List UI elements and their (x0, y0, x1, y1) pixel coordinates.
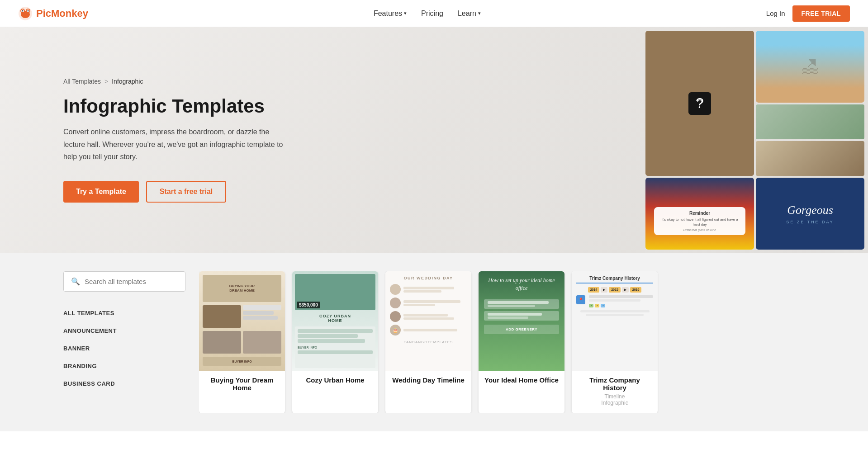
logo-text: PicMonkey (36, 8, 88, 19)
collage-small-images (756, 104, 864, 176)
page-title: Infographic Templates (63, 96, 289, 117)
hero-collage: ? 🏖 Reminder It's okay to not have it al… (642, 27, 868, 253)
template-card-buying-home[interactable]: BUYING YOURDREAM HOME BUYER INFO (199, 271, 285, 413)
template-card-cozy-urban[interactable]: $350,000 COZY URBANHOME BUYER INFO C (292, 271, 378, 413)
reminder-title: Reminder (659, 211, 741, 216)
template-sub2-history: Infographic (577, 400, 652, 406)
nav-learn[interactable]: Learn ▾ (458, 9, 481, 18)
template-title-office: Your Ideal Home Office (484, 376, 559, 384)
breadcrumb-all-templates[interactable]: All Templates (63, 78, 101, 85)
breadcrumb: All Templates > Infographic (63, 78, 289, 85)
logo[interactable]: PicMonkey (18, 6, 88, 21)
template-card-body-history: Trimz Company History Timeline Infograph… (572, 371, 658, 413)
category-banner[interactable]: BANNER (63, 340, 185, 357)
category-business-card[interactable]: BUSINESS CARD (63, 375, 185, 392)
template-card-wedding[interactable]: OUR WEDDING DAY (385, 271, 471, 413)
breadcrumb-separator: > (104, 78, 108, 85)
collage-image-woman: ? (645, 31, 754, 176)
search-input[interactable] (85, 278, 178, 285)
start-trial-button[interactable]: Start a free trial (146, 181, 226, 203)
template-title-cozy: Cozy Urban Home (298, 376, 373, 384)
template-card-img-cozy: $350,000 COZY URBANHOME BUYER INFO (292, 271, 378, 371)
category-all-templates[interactable]: ALL TEMPLATES (63, 304, 185, 322)
template-card-img-office: How to set up your ideal home office (479, 271, 564, 371)
nav-pricing[interactable]: Pricing (421, 9, 443, 18)
template-sub1-history: Timeline (577, 393, 652, 400)
reminder-sub: Drink that glass of wine (659, 228, 741, 232)
reminder-text: It's okay to not have it all figured out… (659, 217, 741, 227)
template-card-home-office[interactable]: How to set up your ideal home office (479, 271, 564, 413)
learn-chevron-icon: ▾ (478, 10, 481, 16)
collage-image-beach: 🏖 (756, 31, 864, 103)
navigation: PicMonkey Features ▾ Pricing Learn ▾ Log… (0, 0, 868, 27)
template-card-body-office: Your Ideal Home Office (479, 371, 564, 393)
free-trial-button[interactable]: FREE TRIAL (792, 5, 850, 22)
template-card-img-history: Trimz Company History 2014 ▶ 2015 ▶ 2016… (572, 271, 658, 371)
nav-right: Log In FREE TRIAL (766, 5, 850, 22)
templates-grid: BUYING YOURDREAM HOME BUYER INFO (199, 271, 667, 413)
breadcrumb-current: Infographic (112, 78, 143, 85)
template-card-body-buying: Buying Your Dream Home (199, 371, 285, 401)
templates-sidebar: 🔍 ALL TEMPLATES ANNOUNCEMENT BANNER BRAN… (63, 271, 199, 413)
hero-description: Convert online customers, impress the bo… (63, 126, 289, 163)
hero-content: All Templates > Infographic Infographic … (0, 51, 317, 230)
templates-section: 🔍 ALL TEMPLATES ANNOUNCEMENT BANNER BRAN… (0, 253, 868, 431)
collage-image-gorgeous: Gorgeous SEIZE THE DAY (756, 178, 864, 250)
gorgeous-text: Gorgeous (787, 203, 833, 217)
try-template-button[interactable]: Try a Template (63, 181, 139, 203)
template-title-wedding: Wedding Day Timeline (391, 376, 466, 384)
gorgeous-sub: SEIZE THE DAY (786, 220, 834, 224)
svg-point-6 (22, 10, 24, 11)
template-card-img-wedding: OUR WEDDING DAY (385, 271, 471, 371)
features-chevron-icon: ▾ (404, 10, 407, 16)
hero-section: All Templates > Infographic Infographic … (0, 27, 868, 253)
collage-image-sunset: Reminder It's okay to not have it all fi… (645, 178, 754, 250)
svg-point-7 (28, 10, 29, 11)
search-box: 🔍 (63, 271, 185, 292)
template-card-body-wedding: Wedding Day Timeline (385, 371, 471, 393)
template-title-history: Trimz Company History (577, 376, 652, 392)
template-title-buying: Buying Your Dream Home (204, 376, 280, 392)
category-announcement[interactable]: ANNOUNCEMENT (63, 322, 185, 340)
categories-list: ALL TEMPLATES ANNOUNCEMENT BANNER BRANDI… (63, 304, 185, 392)
templates-layout: 🔍 ALL TEMPLATES ANNOUNCEMENT BANNER BRAN… (63, 271, 868, 413)
template-card-img-buying: BUYING YOURDREAM HOME BUYER INFO (199, 271, 285, 371)
category-branding[interactable]: BRANDING (63, 357, 185, 375)
login-link[interactable]: Log In (766, 9, 785, 17)
nav-links: Features ▾ Pricing Learn ▾ (374, 9, 481, 18)
logo-icon (18, 6, 33, 21)
hero-buttons: Try a Template Start a free trial (63, 181, 289, 203)
collage-image-small2 (756, 141, 864, 176)
template-card-company-history[interactable]: Trimz Company History 2014 ▶ 2015 ▶ 2016… (572, 271, 658, 413)
nav-features[interactable]: Features ▾ (374, 9, 407, 18)
collage-image-small1 (756, 104, 864, 139)
search-icon: 🔍 (71, 277, 80, 286)
template-card-body-cozy: Cozy Urban Home (292, 371, 378, 393)
